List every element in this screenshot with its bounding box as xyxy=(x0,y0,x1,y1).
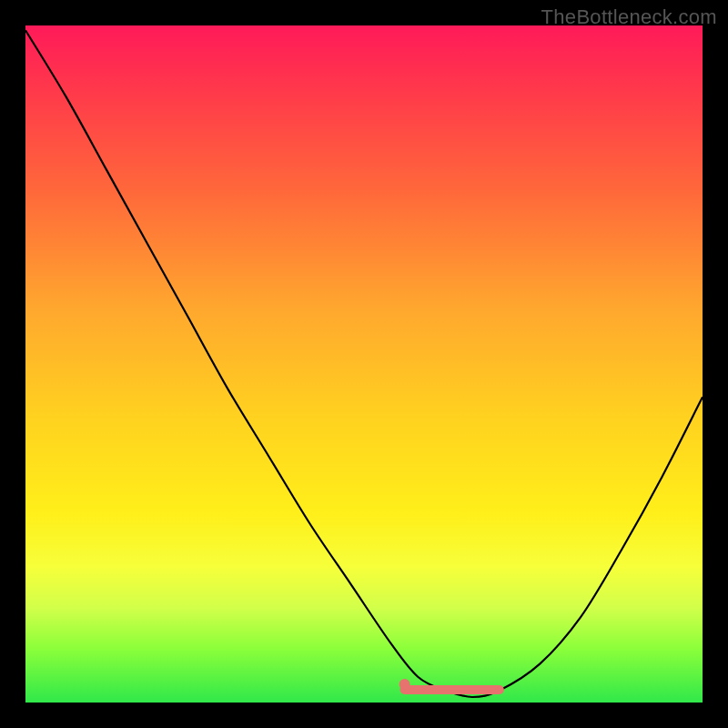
bottleneck-curve xyxy=(25,30,703,697)
chart-frame: TheBottleneck.com xyxy=(0,0,728,728)
attribution-label: TheBottleneck.com xyxy=(541,5,717,29)
curve-svg xyxy=(25,25,703,703)
optimal-start-marker xyxy=(399,679,410,690)
plot-area xyxy=(25,25,703,703)
